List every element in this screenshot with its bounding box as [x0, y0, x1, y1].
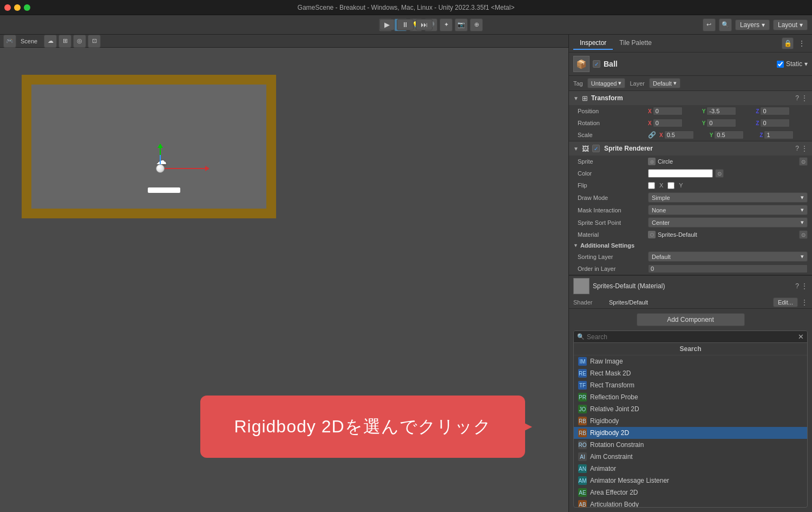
inspector-lock-btn[interactable]: 🔒: [782, 37, 794, 49]
transform-help[interactable]: ?: [795, 94, 799, 102]
inspector-more-btn[interactable]: ⋮: [796, 37, 808, 49]
layers-dropdown[interactable]: Layers ▾: [735, 20, 770, 30]
tab-tile-palette[interactable]: Tile Palette: [613, 37, 658, 50]
scale-x-input[interactable]: [664, 131, 694, 139]
pos-z-input[interactable]: [760, 107, 790, 115]
layout-dropdown[interactable]: Layout ▾: [773, 20, 808, 30]
scene-tab-icon[interactable]: 🎮: [3, 35, 16, 48]
search-input-row: 🔍 ✕: [574, 331, 807, 343]
material-name: Sprites-Default (Material): [593, 282, 792, 290]
pos-x-input[interactable]: [653, 107, 683, 115]
color-picker-btn[interactable]: ⊙: [715, 169, 724, 178]
inspector-scroll[interactable]: 📦 ✓ Ball Static ▾ Tag Untagged ▾ Layer: [569, 53, 812, 512]
tag-dropdown[interactable]: Untagged ▾: [587, 78, 626, 88]
search-item[interactable]: ABArticulation Body: [574, 498, 807, 507]
material-select-btn[interactable]: ⊙: [799, 230, 808, 239]
rot-z-input[interactable]: [760, 119, 790, 127]
mask-label: Mask Interaction: [578, 207, 648, 213]
gizmo-button[interactable]: ⊕: [470, 18, 483, 31]
transform-icons: ? ⋮: [795, 94, 808, 102]
pause-button[interactable]: ⏸: [397, 19, 414, 30]
search-item-label: Rect Transform: [590, 381, 634, 389]
sprite-renderer-menu[interactable]: ⋮: [801, 145, 808, 152]
layout-arrow: ▾: [800, 21, 803, 29]
transform-menu[interactable]: ⋮: [801, 94, 808, 102]
material-menu-btn[interactable]: ⋮: [801, 282, 808, 290]
layer-label: Layer: [630, 80, 645, 87]
search-item[interactable]: IMRaw Image: [574, 355, 807, 367]
search-item[interactable]: TFRect Transform: [574, 379, 807, 391]
mask-dropdown[interactable]: None ▾: [648, 205, 808, 215]
scene-view-mode[interactable]: ☁: [44, 35, 57, 48]
scale-y-input[interactable]: [714, 131, 744, 139]
scale-z-input[interactable]: [764, 131, 794, 139]
search-close-btn[interactable]: ✕: [798, 333, 804, 341]
fullscreen-light[interactable]: [24, 4, 30, 11]
scene-grid-btn[interactable]: ⊡: [88, 35, 101, 48]
close-light[interactable]: [4, 4, 11, 11]
search-item[interactable]: JORelative Joint 2D: [574, 403, 807, 415]
scene-canvas[interactable]: ☁ Rigidbody 2Dを選んでクリック: [0, 48, 568, 512]
play-button[interactable]: ▶: [379, 19, 395, 30]
transform-header[interactable]: ▼ ⊞ Transform ? ⋮: [569, 91, 812, 105]
draw-mode-dropdown[interactable]: Simple ▾: [648, 192, 808, 203]
search-item[interactable]: PRReflection Probe: [574, 391, 807, 403]
color-swatch[interactable]: [648, 169, 713, 178]
flip-x-label: X: [659, 182, 663, 189]
sprite-select-btn[interactable]: ⊙: [799, 157, 808, 166]
search-item[interactable]: RORotation Constrain: [574, 439, 807, 451]
position-value: X Y Z: [648, 107, 808, 115]
scene-pivot-btn[interactable]: ◎: [73, 35, 86, 48]
sprite-renderer-checkbox[interactable]: ✓: [592, 145, 600, 152]
layout-label: Layout: [778, 21, 797, 29]
search-item[interactable]: AIAim Constraint: [574, 451, 807, 463]
scene-gizmo-btn[interactable]: ⊞: [58, 35, 71, 48]
camera-button[interactable]: 📷: [455, 18, 468, 31]
layer-dropdown[interactable]: Default ▾: [649, 78, 680, 88]
shader-menu-icon[interactable]: ⋮: [801, 299, 808, 306]
color-value: ⊙: [648, 169, 808, 178]
sprite-renderer-help[interactable]: ?: [795, 145, 799, 152]
step-button[interactable]: ⏭: [416, 19, 433, 30]
rot-y-input[interactable]: [706, 119, 736, 127]
sorting-layer-dropdown[interactable]: Default ▾: [648, 251, 808, 262]
transform-component: ▼ ⊞ Transform ? ⋮ Position X: [569, 91, 812, 141]
search-toolbar-button[interactable]: 🔍: [719, 18, 732, 31]
search-item[interactable]: AMAnimator Message Listener: [574, 475, 807, 487]
search-item[interactable]: RERect Mask 2D: [574, 367, 807, 379]
tab-inspector[interactable]: Inspector: [573, 37, 613, 50]
sort-point-row: Sprite Sort Point Center ▾: [569, 216, 812, 229]
scale-x-label: X: [659, 132, 663, 138]
search-item[interactable]: ANAnimator: [574, 463, 807, 475]
material-help-btn[interactable]: ?: [795, 282, 799, 290]
flip-label: Flip: [578, 182, 648, 189]
shader-row: Shader Sprites/Default Edit... ⋮: [569, 296, 812, 308]
minimize-light[interactable]: [14, 4, 21, 11]
search-item-icon: RO: [578, 440, 587, 449]
traffic-lights: [4, 4, 30, 11]
game-frame: ☁: [22, 75, 276, 218]
shader-edit-btn[interactable]: Edit...: [773, 297, 798, 307]
search-input[interactable]: [587, 333, 796, 341]
search-item[interactable]: AEArea Effector 2D: [574, 487, 807, 498]
additional-settings-toggle[interactable]: ▼ Additional Settings: [569, 241, 812, 250]
search-item[interactable]: RBRigidbody 2D: [574, 427, 807, 439]
flip-y-label: Y: [679, 182, 683, 189]
ball-sprite: [156, 164, 165, 173]
sprite-renderer-header[interactable]: ▼ 🖼 ✓ Sprite Renderer ? ⋮: [569, 141, 812, 155]
object-active-checkbox[interactable]: ✓: [593, 60, 600, 68]
flip-x-checkbox[interactable]: [648, 182, 655, 189]
sprite-label: Sprite: [578, 158, 648, 165]
flip-y-checkbox[interactable]: [667, 182, 675, 189]
order-in-layer-input[interactable]: [648, 264, 808, 273]
search-list[interactable]: IMRaw ImageRERect Mask 2DTFRect Transfor…: [574, 355, 807, 507]
sort-point-dropdown[interactable]: Center ▾: [648, 217, 808, 228]
undo-button[interactable]: ↩: [703, 18, 716, 31]
rot-x-input[interactable]: [653, 119, 683, 127]
search-item[interactable]: RBRigidbody: [574, 415, 807, 427]
shader-label: Shader: [573, 299, 606, 306]
static-checkbox[interactable]: [777, 61, 784, 68]
add-component-button[interactable]: Add Component: [637, 313, 745, 326]
pos-y-input[interactable]: [706, 107, 736, 115]
fx-button[interactable]: ✦: [440, 18, 453, 31]
